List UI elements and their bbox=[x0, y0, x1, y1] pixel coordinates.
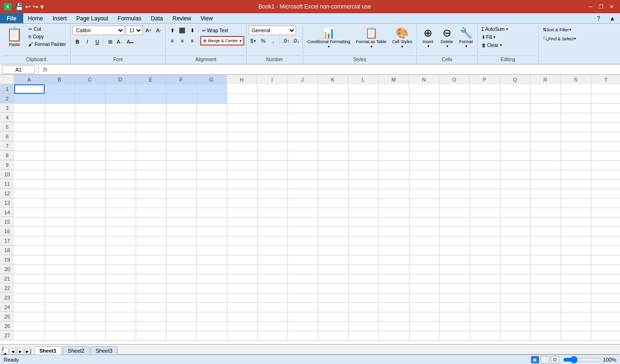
cell-I4[interactable] bbox=[257, 113, 287, 122]
cell-F15[interactable] bbox=[166, 217, 196, 227]
cell-G18[interactable] bbox=[196, 246, 227, 255]
cell-A27[interactable] bbox=[14, 331, 45, 340]
cell-M12[interactable] bbox=[379, 189, 409, 198]
cell-P17[interactable] bbox=[470, 236, 500, 246]
cell-L9[interactable] bbox=[348, 160, 379, 170]
cell-D18[interactable] bbox=[105, 246, 136, 255]
cell-L7[interactable] bbox=[348, 141, 379, 151]
cell-S19[interactable] bbox=[561, 255, 591, 264]
cell-styles-button[interactable]: 🎨 Cell Styles ▾ bbox=[390, 26, 415, 50]
cell-B4[interactable] bbox=[45, 113, 75, 122]
cell-R11[interactable] bbox=[530, 179, 561, 189]
cell-E19[interactable] bbox=[136, 255, 166, 264]
cell-L21[interactable] bbox=[348, 274, 379, 283]
row-header-8[interactable]: 8 bbox=[0, 151, 14, 160]
cell-J13[interactable] bbox=[287, 198, 318, 208]
cell-P14[interactable] bbox=[470, 208, 500, 217]
cell-K8[interactable] bbox=[318, 151, 348, 160]
tab-next-button[interactable]: ► bbox=[17, 348, 24, 355]
cell-L10[interactable] bbox=[348, 170, 379, 179]
cell-P27[interactable] bbox=[470, 331, 500, 340]
cell-D9[interactable] bbox=[105, 160, 136, 170]
cell-L18[interactable] bbox=[348, 246, 379, 255]
cell-N12[interactable] bbox=[409, 189, 439, 198]
cell-E5[interactable] bbox=[136, 122, 166, 132]
col-header-Q[interactable]: Q bbox=[500, 75, 530, 84]
cell-J5[interactable] bbox=[287, 122, 318, 132]
cell-T10[interactable] bbox=[591, 170, 620, 179]
cell-J22[interactable] bbox=[287, 283, 318, 293]
formula-input[interactable] bbox=[51, 65, 618, 74]
cell-K1[interactable] bbox=[318, 84, 348, 94]
currency-dropdown-arrow[interactable]: ▾ bbox=[254, 39, 256, 43]
cell-T2[interactable] bbox=[591, 94, 620, 103]
cell-O22[interactable] bbox=[439, 283, 470, 293]
cell-J9[interactable] bbox=[287, 160, 318, 170]
cell-H14[interactable] bbox=[227, 208, 257, 217]
cell-C24[interactable] bbox=[75, 302, 105, 312]
delete-cells-dropdown-arrow[interactable]: ▾ bbox=[446, 44, 448, 48]
borders-button[interactable]: ⊞ bbox=[105, 37, 115, 46]
insert-cells-button[interactable]: ⊕ Insert ▾ bbox=[419, 26, 437, 50]
cell-G1[interactable] bbox=[196, 84, 227, 94]
cell-Q18[interactable] bbox=[500, 246, 530, 255]
sort-filter-dropdown-arrow[interactable]: ▾ bbox=[569, 27, 571, 32]
row-header-27[interactable]: 27 bbox=[0, 331, 14, 340]
cell-I20[interactable] bbox=[257, 264, 287, 274]
cell-T27[interactable] bbox=[591, 331, 620, 340]
cell-F18[interactable] bbox=[166, 246, 196, 255]
cell-H24[interactable] bbox=[227, 302, 257, 312]
cell-C16[interactable] bbox=[75, 227, 105, 236]
cell-J15[interactable] bbox=[287, 217, 318, 227]
cell-E9[interactable] bbox=[136, 160, 166, 170]
paste-button[interactable]: 📋 Paste bbox=[4, 26, 25, 49]
cell-G7[interactable] bbox=[196, 141, 227, 151]
cell-Q9[interactable] bbox=[500, 160, 530, 170]
cell-I27[interactable] bbox=[257, 331, 287, 340]
cell-P16[interactable] bbox=[470, 227, 500, 236]
clear-dropdown-arrow[interactable]: ▾ bbox=[500, 43, 502, 47]
row-header-10[interactable]: 10 bbox=[0, 170, 14, 179]
cell-O23[interactable] bbox=[439, 293, 470, 302]
cell-B6[interactable] bbox=[45, 132, 75, 141]
cell-M24[interactable] bbox=[379, 302, 409, 312]
cell-D22[interactable] bbox=[105, 283, 136, 293]
cell-K6[interactable] bbox=[318, 132, 348, 141]
cell-R19[interactable] bbox=[530, 255, 561, 264]
cell-H16[interactable] bbox=[227, 227, 257, 236]
cell-H25[interactable] bbox=[227, 312, 257, 321]
cell-D5[interactable] bbox=[105, 122, 136, 132]
cell-I19[interactable] bbox=[257, 255, 287, 264]
cell-G9[interactable] bbox=[196, 160, 227, 170]
cell-T17[interactable] bbox=[591, 236, 620, 246]
cell-I9[interactable] bbox=[257, 160, 287, 170]
cell-L2[interactable] bbox=[348, 94, 379, 103]
cell-M20[interactable] bbox=[379, 264, 409, 274]
cell-N4[interactable] bbox=[409, 113, 439, 122]
cell-I11[interactable] bbox=[257, 179, 287, 189]
cell-A9[interactable] bbox=[14, 160, 45, 170]
cell-T21[interactable] bbox=[591, 274, 620, 283]
grid-area[interactable] bbox=[14, 84, 620, 344]
cell-H3[interactable] bbox=[227, 103, 257, 113]
cell-O20[interactable] bbox=[439, 264, 470, 274]
cell-D1[interactable] bbox=[105, 84, 136, 94]
zoom-slider[interactable] bbox=[563, 356, 601, 364]
cell-J7[interactable] bbox=[287, 141, 318, 151]
cell-R21[interactable] bbox=[530, 274, 561, 283]
fill-color-button[interactable]: A▬ bbox=[115, 37, 125, 46]
page-layout-view-button[interactable]: 📄 bbox=[541, 356, 549, 364]
cell-E15[interactable] bbox=[136, 217, 166, 227]
col-header-I[interactable]: I bbox=[257, 75, 287, 84]
find-select-dropdown-arrow[interactable]: ▾ bbox=[574, 36, 576, 41]
cell-O8[interactable] bbox=[439, 151, 470, 160]
cell-H7[interactable] bbox=[227, 141, 257, 151]
cell-H27[interactable] bbox=[227, 331, 257, 340]
cell-M19[interactable] bbox=[379, 255, 409, 264]
cell-J12[interactable] bbox=[287, 189, 318, 198]
cell-P24[interactable] bbox=[470, 302, 500, 312]
cell-S6[interactable] bbox=[561, 132, 591, 141]
col-header-C[interactable]: C bbox=[75, 75, 105, 84]
cell-H9[interactable] bbox=[227, 160, 257, 170]
cell-Q24[interactable] bbox=[500, 302, 530, 312]
